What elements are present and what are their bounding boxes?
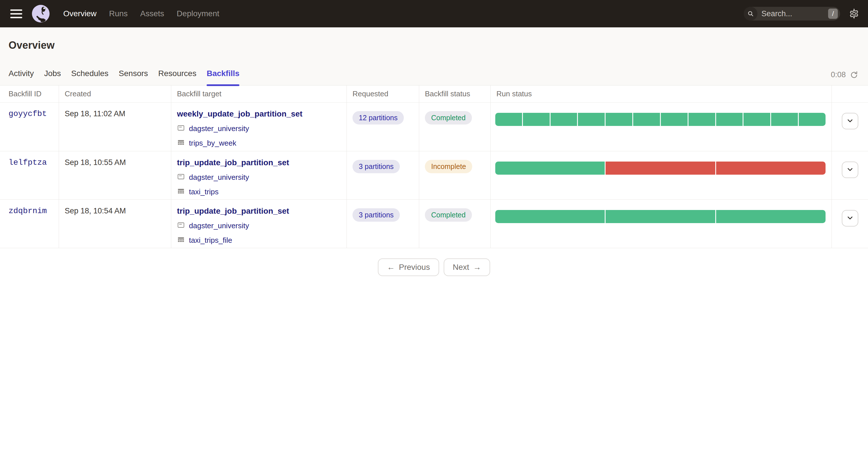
partition-set-icon (177, 187, 185, 196)
tab-backfills[interactable]: Backfills (207, 69, 239, 86)
created-timestamp: Sep 18, 10:54 AM (65, 207, 126, 215)
refresh-timer: 0:08 (831, 70, 846, 79)
previous-page-button[interactable]: ← Previous (378, 258, 439, 276)
left-arrow-icon: ← (387, 263, 395, 272)
menu-icon[interactable] (8, 8, 24, 20)
chevron-down-icon (846, 117, 854, 126)
run-segment-success[interactable] (633, 113, 660, 126)
table-row: lelfptza Sep 18, 10:55 AM trip_update_jo… (0, 151, 868, 199)
run-segment-success[interactable] (688, 113, 715, 126)
requested-badge: 12 partitions (352, 111, 404, 124)
job-icon (177, 124, 185, 133)
job-icon (177, 173, 185, 182)
run-segment-success[interactable] (523, 113, 550, 126)
status-badge: Completed (425, 208, 472, 222)
backfills-table: Backfill ID Created Backfill target Requ… (0, 86, 868, 248)
gear-icon[interactable] (848, 8, 860, 19)
tab-sensors[interactable]: Sensors (119, 69, 148, 86)
run-segment-success[interactable] (551, 113, 577, 126)
chevron-down-icon (846, 214, 854, 223)
tab-activity[interactable]: Activity (8, 69, 34, 86)
run-segment-failure[interactable] (716, 161, 826, 175)
backfill-id-link[interactable]: lelfptza (8, 158, 47, 167)
project-link[interactable]: dagster_university (189, 173, 249, 182)
partition-set-icon (177, 139, 185, 148)
run-segment-success[interactable] (743, 113, 770, 126)
job-icon (177, 221, 185, 230)
run-segment-success[interactable] (495, 161, 605, 175)
table-row: goyycfbt Sep 18, 11:02 AM weekly_update_… (0, 102, 868, 151)
status-badge: Incomplete (425, 160, 472, 173)
run-segment-success[interactable] (578, 113, 605, 126)
run-status-bar[interactable] (495, 210, 826, 223)
project-link[interactable]: dagster_university (189, 124, 249, 133)
nav-overview[interactable]: Overview (63, 9, 97, 18)
run-segment-success[interactable] (661, 113, 688, 126)
col-backfill-status: Backfill status (419, 86, 490, 102)
search-input[interactable]: / (744, 7, 840, 21)
backfill-target-link[interactable]: trip_update_job_partition_set (177, 207, 289, 216)
next-label: Next (453, 263, 469, 272)
run-segment-success[interactable] (606, 113, 632, 126)
run-segment-success[interactable] (716, 210, 826, 223)
primary-nav: Overview Runs Assets Deployment (63, 9, 219, 18)
tab-schedules[interactable]: Schedules (71, 69, 108, 86)
expand-row-button[interactable] (842, 161, 858, 178)
run-segment-success[interactable] (771, 113, 798, 126)
requested-badge: 3 partitions (352, 160, 400, 173)
project-link[interactable]: dagster_university (189, 221, 249, 230)
backfill-id-link[interactable]: goyycfbt (8, 110, 47, 118)
run-status-bar[interactable] (495, 161, 826, 175)
col-backfill-id: Backfill ID (0, 86, 59, 102)
page-title: Overview (8, 39, 860, 51)
created-timestamp: Sep 18, 10:55 AM (65, 158, 126, 167)
table-row: zdqbrnim Sep 18, 10:54 AM trip_update_jo… (0, 199, 868, 248)
expand-row-button[interactable] (842, 113, 858, 129)
requested-badge: 3 partitions (352, 208, 400, 222)
created-timestamp: Sep 18, 11:02 AM (65, 110, 125, 118)
next-page-button[interactable]: Next → (444, 258, 490, 276)
chevron-down-icon (846, 165, 854, 174)
page-header: Overview Activity Jobs Schedules Sensors… (0, 27, 868, 86)
col-requested: Requested (346, 86, 419, 102)
tabs: Activity Jobs Schedules Sensors Resource… (8, 69, 239, 86)
asset-link[interactable]: taxi_trips (189, 187, 219, 196)
run-segment-failure[interactable] (606, 161, 715, 175)
right-arrow-icon: → (473, 263, 481, 272)
run-segment-success[interactable] (799, 113, 826, 126)
backfill-target-link[interactable]: weekly_update_job_partition_set (177, 110, 302, 119)
search-shortcut-key: / (828, 8, 838, 19)
backfill-target-link[interactable]: trip_update_job_partition_set (177, 158, 289, 167)
refresh-icon[interactable] (850, 71, 858, 79)
col-backfill-target: Backfill target (171, 86, 346, 102)
status-badge: Completed (425, 111, 472, 124)
nav-deployment[interactable]: Deployment (177, 9, 219, 18)
run-status-bar[interactable] (495, 113, 826, 126)
run-segment-success[interactable] (495, 113, 522, 126)
asset-link[interactable]: trips_by_week (189, 139, 236, 148)
tab-resources[interactable]: Resources (158, 69, 196, 86)
run-segment-success[interactable] (716, 113, 743, 126)
run-segment-success[interactable] (495, 210, 605, 223)
col-run-status: Run status (490, 86, 832, 102)
nav-assets[interactable]: Assets (140, 9, 164, 18)
search-field[interactable] (762, 9, 815, 18)
previous-label: Previous (399, 263, 430, 272)
tab-jobs[interactable]: Jobs (44, 69, 61, 86)
col-actions (832, 86, 868, 102)
search-icon (744, 7, 757, 21)
pagination: ← Previous Next → (0, 258, 868, 276)
asset-link[interactable]: taxi_trips_file (189, 236, 232, 245)
run-segment-success[interactable] (606, 210, 715, 223)
top-nav: Overview Runs Assets Deployment / (0, 0, 868, 27)
table-header-row: Backfill ID Created Backfill target Requ… (0, 86, 868, 102)
expand-row-button[interactable] (842, 210, 858, 226)
backfill-id-link[interactable]: zdqbrnim (8, 207, 47, 215)
nav-runs[interactable]: Runs (109, 9, 128, 18)
dagster-logo-icon[interactable] (31, 4, 50, 23)
col-created: Created (59, 86, 171, 102)
partition-set-icon (177, 236, 185, 245)
